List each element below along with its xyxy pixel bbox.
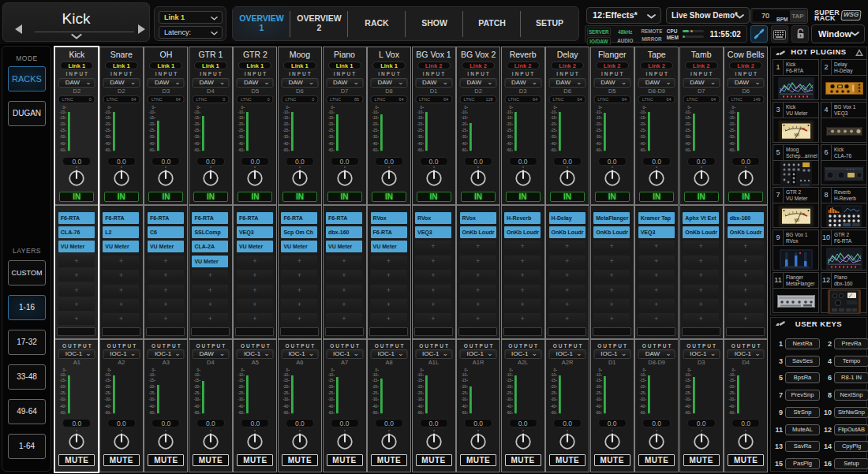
svg-text:-15: -15 xyxy=(149,116,155,120)
svg-text:-15: -15 xyxy=(193,379,199,383)
svg-text:-15: -15 xyxy=(104,379,110,383)
svg-text:-10: -10 xyxy=(238,110,244,114)
svg-text:-15: -15 xyxy=(595,379,600,383)
svg-text:-20: -20 xyxy=(640,385,645,389)
svg-text:-30: -30 xyxy=(640,397,645,401)
svg-text:-10: -10 xyxy=(282,110,288,114)
svg-text:-30: -30 xyxy=(506,397,511,401)
svg-text:-10: -10 xyxy=(595,373,600,377)
svg-text:-25: -25 xyxy=(729,129,735,132)
svg-text:-30: -30 xyxy=(595,135,600,139)
svg-text:-10: -10 xyxy=(551,373,556,377)
svg-text:-10: -10 xyxy=(462,110,467,114)
svg-text:-30: -30 xyxy=(684,397,690,401)
svg-text:-10: -10 xyxy=(417,373,422,377)
svg-text:0: 0 xyxy=(420,368,422,372)
svg-text:-10: -10 xyxy=(193,373,199,377)
svg-text:-25: -25 xyxy=(327,391,333,395)
svg-text:-60: -60 xyxy=(327,411,333,415)
svg-text:-60: -60 xyxy=(417,148,422,152)
svg-text:-40: -40 xyxy=(193,405,199,409)
svg-text:-20: -20 xyxy=(462,385,467,389)
svg-text:-40: -40 xyxy=(327,142,333,146)
svg-text:0: 0 xyxy=(598,368,600,372)
svg-text:-10: -10 xyxy=(417,110,422,114)
svg-text:-30: -30 xyxy=(238,397,244,401)
svg-text:-30: -30 xyxy=(729,135,735,139)
svg-text:-40: -40 xyxy=(595,142,600,146)
svg-text:-30: -30 xyxy=(60,135,65,139)
svg-text:0: 0 xyxy=(196,368,199,372)
svg-text:-20: -20 xyxy=(506,122,511,126)
svg-text:-60: -60 xyxy=(551,148,556,152)
svg-text:-20: -20 xyxy=(149,385,155,389)
svg-text:-10: -10 xyxy=(506,110,511,114)
svg-text:-40: -40 xyxy=(684,405,690,409)
svg-text:-10: -10 xyxy=(684,110,690,114)
svg-text:0: 0 xyxy=(732,368,735,372)
svg-text:-20: -20 xyxy=(640,122,645,126)
svg-text:-40: -40 xyxy=(149,142,155,146)
svg-text:-25: -25 xyxy=(149,391,155,395)
svg-text:-15: -15 xyxy=(327,379,333,383)
svg-text:-40: -40 xyxy=(372,405,377,409)
svg-text:-30: -30 xyxy=(282,135,288,139)
svg-text:-20: -20 xyxy=(193,385,199,389)
svg-text:-20: -20 xyxy=(551,122,556,126)
svg-text:0: 0 xyxy=(687,106,690,110)
svg-text:-25: -25 xyxy=(684,391,690,395)
svg-text:-20: -20 xyxy=(193,122,199,126)
svg-text:-20: -20 xyxy=(684,385,690,389)
svg-text:-15: -15 xyxy=(238,379,244,383)
svg-text:-40: -40 xyxy=(149,405,155,409)
svg-text:-25: -25 xyxy=(417,391,422,395)
svg-text:-25: -25 xyxy=(506,129,511,132)
svg-text:-10: -10 xyxy=(238,373,244,377)
svg-text:-20: -20 xyxy=(104,385,110,389)
svg-text:-60: -60 xyxy=(506,148,511,152)
svg-text:-40: -40 xyxy=(104,142,110,146)
svg-text:-20: -20 xyxy=(238,385,244,389)
svg-text:-40: -40 xyxy=(60,405,65,409)
svg-text:0: 0 xyxy=(732,106,735,110)
svg-text:-30: -30 xyxy=(551,135,556,139)
svg-text:-40: -40 xyxy=(238,405,244,409)
svg-text:-60: -60 xyxy=(238,148,244,152)
svg-text:-40: -40 xyxy=(729,142,735,146)
svg-text:-20: -20 xyxy=(684,122,690,126)
svg-text:-20: -20 xyxy=(104,122,110,126)
svg-text:0: 0 xyxy=(152,106,155,110)
svg-text:-15: -15 xyxy=(417,116,422,120)
svg-text:0: 0 xyxy=(107,106,110,110)
svg-text:-25: -25 xyxy=(60,391,65,395)
svg-text:-30: -30 xyxy=(372,135,377,139)
svg-text:0: 0 xyxy=(241,368,244,372)
svg-text:-40: -40 xyxy=(684,142,690,146)
svg-text:-60: -60 xyxy=(640,411,645,415)
svg-text:-60: -60 xyxy=(282,148,288,152)
svg-text:-10: -10 xyxy=(149,110,155,114)
svg-text:-60: -60 xyxy=(104,148,110,152)
svg-text:0: 0 xyxy=(598,106,600,110)
svg-text:-20: -20 xyxy=(729,385,735,389)
svg-text:-20: -20 xyxy=(417,122,422,126)
svg-text:-60: -60 xyxy=(372,411,377,415)
svg-text:-40: -40 xyxy=(462,405,467,409)
svg-text:-60: -60 xyxy=(193,148,199,152)
svg-text:-30: -30 xyxy=(104,135,110,139)
svg-text:-20: -20 xyxy=(595,385,600,389)
svg-text:-25: -25 xyxy=(282,129,288,132)
svg-text:-15: -15 xyxy=(729,116,735,120)
svg-text:-30: -30 xyxy=(327,397,333,401)
svg-text:-15: -15 xyxy=(282,116,288,120)
svg-text:-60: -60 xyxy=(149,148,155,152)
svg-text:-15: -15 xyxy=(684,116,690,120)
svg-text:-10: -10 xyxy=(327,373,333,377)
svg-text:-25: -25 xyxy=(417,129,422,132)
svg-text:-15: -15 xyxy=(506,379,511,383)
svg-text:-10: -10 xyxy=(193,110,199,114)
svg-text:-60: -60 xyxy=(417,411,422,415)
svg-text:-25: -25 xyxy=(729,391,735,395)
svg-text:-25: -25 xyxy=(104,391,110,395)
svg-text:-15: -15 xyxy=(60,116,65,120)
